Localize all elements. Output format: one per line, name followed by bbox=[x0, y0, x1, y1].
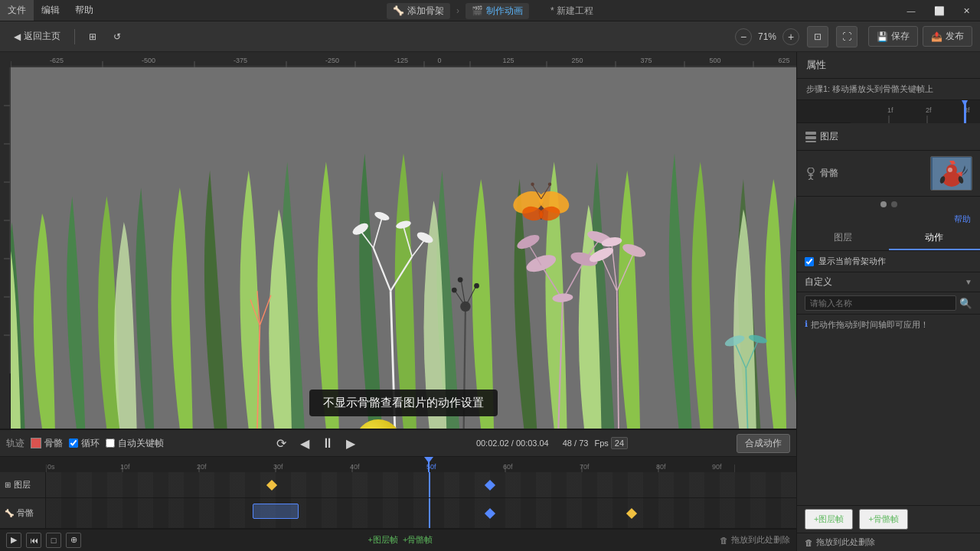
bone-label: 骨骼 bbox=[44, 437, 63, 450]
tl-beginning-btn[interactable]: ⏮ bbox=[26, 533, 41, 548]
timeline-tracks: ⊞ 图层 🦴 骨骼 bbox=[0, 472, 796, 529]
tl-add-btn[interactable]: ⊕ bbox=[66, 533, 81, 548]
prev-frame-btn[interactable]: ◀ bbox=[296, 434, 314, 452]
main-content: -625 -500 -375 -250 -125 0 125 250 bbox=[0, 52, 980, 551]
dot-1 bbox=[880, 201, 887, 207]
zoom-in-btn[interactable]: + bbox=[782, 28, 799, 45]
layer-track-row: ⊞ 图层 bbox=[0, 472, 796, 498]
layer-track-icon: ⊞ bbox=[5, 481, 11, 489]
svg-text:2f: 2f bbox=[926, 106, 932, 114]
dot-2 bbox=[891, 201, 897, 207]
step-arrow: › bbox=[456, 5, 459, 16]
search-action-btn[interactable]: 🔍 bbox=[959, 298, 972, 309]
zoom-out-btn[interactable]: − bbox=[735, 28, 752, 45]
svg-point-62 bbox=[458, 277, 463, 282]
svg-text:1f: 1f bbox=[887, 106, 893, 114]
back-home-btn[interactable]: ◀ 返回主页 bbox=[8, 27, 67, 46]
new-btn[interactable]: ⊞ bbox=[83, 28, 103, 45]
fullscreen-btn[interactable]: ⛶ bbox=[836, 26, 858, 47]
show-action-checkbox[interactable] bbox=[805, 257, 814, 266]
save-btn[interactable]: 💾 保存 bbox=[868, 26, 918, 47]
svg-line-127 bbox=[808, 178, 811, 180]
bone-track-icon: 🦴 bbox=[5, 509, 14, 517]
right-panel: 属性 步骤1: 移动播放头到骨骼关键帧上 1f 2f 3f bbox=[796, 52, 980, 551]
layer-track-head: ⊞ 图层 bbox=[0, 472, 46, 497]
svg-point-124 bbox=[808, 168, 814, 174]
svg-point-86 bbox=[531, 183, 534, 186]
rp-add-layer-btn[interactable]: +图层帧 bbox=[805, 509, 853, 530]
rp-bottom-actions: +图层帧 +骨骼帧 🗑 拖放到此处删除 bbox=[797, 505, 980, 551]
skeleton-thumbnail bbox=[930, 156, 972, 191]
publish-btn[interactable]: 📤 发布 bbox=[923, 26, 972, 47]
kf-ruler-svg: 1f 2f 3f bbox=[851, 100, 980, 123]
layer-section-label: 图层 bbox=[820, 130, 838, 143]
tabs-row: 图层 动作 bbox=[797, 227, 980, 251]
svg-point-60 bbox=[452, 288, 457, 293]
action-tooltip: 不显示骨骼查看图片的动作设置 bbox=[309, 390, 498, 416]
add-layer-frame-btn[interactable]: +图层帧 bbox=[368, 534, 398, 546]
svg-rect-122 bbox=[805, 136, 816, 139]
svg-text:-250: -250 bbox=[325, 57, 339, 64]
win-close[interactable]: ✕ bbox=[952, 0, 980, 21]
loop-back-btn[interactable]: ⟳ bbox=[273, 434, 291, 452]
bone-track-row: 🦴 骨骼 bbox=[0, 498, 796, 529]
autokey-checkbox-item: 自动关键帧 bbox=[106, 437, 164, 450]
undo-btn[interactable]: ↺ bbox=[107, 28, 127, 45]
win-restore[interactable]: ⬜ bbox=[925, 0, 952, 21]
bone-track-body[interactable] bbox=[46, 498, 796, 528]
tl-play-btn[interactable]: ▶ bbox=[6, 533, 21, 548]
tab-layer[interactable]: 图层 bbox=[797, 227, 889, 250]
tl-box-btn[interactable]: □ bbox=[46, 533, 61, 548]
svg-line-128 bbox=[811, 178, 813, 180]
menu-help[interactable]: 帮助 bbox=[67, 0, 101, 21]
win-minimize[interactable]: — bbox=[897, 0, 925, 21]
timeline-ruler-svg: 0s 10f 20f 30f 40f 50f 60f bbox=[46, 457, 735, 472]
name-input[interactable] bbox=[805, 295, 956, 311]
bone-track-checkbox[interactable] bbox=[31, 438, 41, 448]
step-instruction: 步骤1: 移动播放头到骨骼关键帧上 bbox=[797, 79, 980, 100]
svg-rect-123 bbox=[805, 141, 816, 142]
make-animation-btn[interactable]: 🎬 制作动画 bbox=[466, 3, 529, 19]
transport-bar: 轨迹 骨骼 循环 自动关键帧 ⟳ ◀ ⏸ bbox=[0, 430, 796, 457]
track-label: 轨迹 bbox=[6, 437, 24, 450]
bone-track-label: 骨骼 bbox=[17, 507, 34, 519]
custom-dropdown-arrow[interactable]: ▼ bbox=[965, 278, 972, 286]
info-row: ℹ 把动作拖动到时间轴即可应用！ bbox=[797, 315, 980, 335]
publish-icon: 📤 bbox=[931, 31, 942, 42]
view-mode-btn[interactable]: ⊡ bbox=[807, 26, 828, 47]
canvas-area[interactable]: 不显示骨骼查看图片的动作设置 bbox=[0, 67, 796, 429]
canvas-ruler: -625 -500 -375 -250 -125 0 125 250 bbox=[0, 52, 796, 67]
menu-file[interactable]: 文件 bbox=[0, 0, 34, 21]
back-icon: ◀ bbox=[14, 31, 21, 42]
svg-text:60f: 60f bbox=[503, 463, 513, 471]
pause-btn[interactable]: ⏸ bbox=[318, 434, 337, 452]
save-publish-group: 💾 保存 📤 发布 bbox=[868, 26, 972, 47]
rp-trash-area[interactable]: 🗑 拖放到此处删除 bbox=[797, 533, 980, 551]
skeleton-icon: 🦴 bbox=[393, 5, 404, 16]
title-bar: 🦴 添加骨架 › 🎬 制作动画 * 新建工程 bbox=[387, 0, 593, 21]
rp-add-bone-btn[interactable]: +骨骼帧 bbox=[859, 509, 907, 530]
layer-track-body[interactable] bbox=[46, 472, 796, 497]
svg-text:250: 250 bbox=[571, 57, 583, 64]
svg-text:-625: -625 bbox=[50, 57, 64, 64]
compose-btn[interactable]: 合成动作 bbox=[737, 434, 790, 453]
menu-edit[interactable]: 编辑 bbox=[34, 0, 67, 21]
toolbar: ◀ 返回主页 ⊞ ↺ − 71% + ⊡ ⛶ 💾 保存 📤 发布 bbox=[0, 21, 980, 52]
zoom-level: 71% bbox=[755, 31, 779, 42]
tab-action[interactable]: 动作 bbox=[889, 227, 981, 250]
bone-checkbox-item: 骨骼 bbox=[31, 437, 63, 450]
add-bone-frame-btn[interactable]: +骨骼帧 bbox=[403, 534, 433, 546]
left-ruler bbox=[0, 67, 11, 429]
ruler-svg: -625 -500 -375 -250 -125 0 125 250 bbox=[11, 52, 796, 67]
autokey-checkbox[interactable] bbox=[106, 439, 115, 448]
fps-value[interactable]: 24 bbox=[611, 437, 628, 449]
next-frame-btn[interactable]: ▶ bbox=[341, 434, 360, 452]
undo-icon: ↺ bbox=[113, 31, 121, 42]
svg-point-136 bbox=[948, 168, 952, 172]
add-skeleton-btn[interactable]: 🦴 添加骨架 bbox=[387, 3, 450, 19]
loop-checkbox[interactable] bbox=[69, 439, 78, 448]
svg-text:40f: 40f bbox=[350, 463, 360, 471]
help-link[interactable]: 帮助 bbox=[797, 212, 980, 227]
svg-text:500: 500 bbox=[709, 57, 720, 64]
show-action-row: 显示当前骨架动作 bbox=[797, 251, 980, 272]
